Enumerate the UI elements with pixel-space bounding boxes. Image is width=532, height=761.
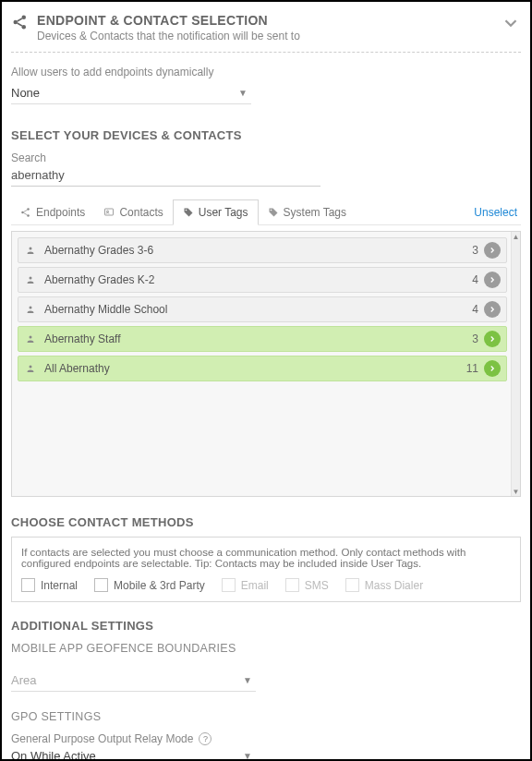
search-input[interactable]: [11, 164, 320, 187]
dynamic-endpoints-dropdown[interactable]: None ▼: [11, 82, 251, 104]
caret-down-icon: ▼: [243, 751, 252, 761]
svg-point-14: [30, 366, 32, 368]
geofence-title: MOBILE APP GEOFENCE BOUNDARIES: [11, 642, 521, 655]
tag-row[interactable]: Abernathy Staff3: [18, 326, 507, 352]
tag-label: Abernathy Middle School: [44, 303, 472, 316]
collapse-chevron-icon[interactable]: [501, 13, 521, 36]
additional-title: ADDITIONAL SETTINGS: [11, 619, 521, 633]
panel-subtitle: Devices & Contacts that the notification…: [37, 30, 300, 42]
gpo-label: General Purpose Output Relay Mode: [11, 732, 193, 745]
tab-system-tags-label: System Tags: [284, 206, 346, 219]
chevron-right-icon[interactable]: [484, 272, 501, 288]
svg-rect-6: [105, 209, 114, 215]
svg-point-1: [22, 16, 27, 20]
tab-contacts[interactable]: Contacts: [94, 200, 172, 224]
svg-point-2: [22, 25, 27, 30]
tag-label: All Abernathy: [44, 362, 466, 375]
svg-point-4: [27, 208, 30, 211]
unselect-link[interactable]: Unselect: [474, 206, 521, 219]
user-tag-icon: [24, 273, 37, 286]
svg-point-13: [30, 336, 32, 339]
panel-title: ENDPOINT & CONTACT SELECTION: [37, 13, 300, 28]
tags-list: Abernathy Grades 3-63Abernathy Grades K-…: [11, 231, 521, 497]
area-placeholder: Area: [11, 673, 36, 687]
chk-mass-dialer: Mass Dialer: [345, 578, 423, 592]
tab-system-tags[interactable]: System Tags: [259, 200, 356, 224]
tag-row[interactable]: Abernathy Middle School4: [18, 296, 507, 322]
methods-help: If contacts are selected you must choose…: [21, 547, 511, 569]
chk-internal[interactable]: Internal: [21, 578, 78, 592]
svg-point-3: [21, 211, 24, 213]
user-tag-icon: [24, 244, 37, 257]
scroll-up-icon[interactable]: ▲: [512, 232, 520, 241]
share-icon: [11, 13, 30, 31]
tag-count: 4: [472, 303, 478, 316]
tag-label: Abernathy Staff: [44, 332, 472, 345]
chk-email: Email: [222, 578, 269, 592]
methods-box: If contacts are selected you must choose…: [11, 537, 521, 602]
svg-point-9: [270, 209, 272, 211]
tag-row[interactable]: All Abernathy11: [18, 356, 507, 381]
tag-label: Abernathy Grades 3-6: [44, 244, 472, 257]
tab-user-tags-label: User Tags: [199, 206, 248, 219]
chevron-right-icon[interactable]: [484, 301, 501, 318]
scrollbar[interactable]: ▲ ▼: [511, 232, 520, 496]
scroll-down-icon[interactable]: ▼: [512, 487, 520, 496]
svg-point-11: [30, 277, 32, 280]
tag-count: 3: [472, 332, 478, 345]
tab-user-tags[interactable]: User Tags: [173, 199, 259, 225]
user-tag-icon: [24, 303, 37, 316]
tabs-row: Endpoints Contacts User Tags System Tags…: [11, 199, 521, 225]
svg-point-7: [107, 211, 109, 212]
tab-endpoints-label: Endpoints: [36, 206, 85, 219]
chevron-right-icon[interactable]: [484, 360, 501, 377]
gpo-title: GPO SETTINGS: [11, 710, 521, 723]
chevron-right-icon[interactable]: [484, 242, 501, 259]
chk-mobile[interactable]: Mobile & 3rd Party: [94, 578, 205, 592]
gpo-dropdown[interactable]: On While Active ▼: [11, 745, 256, 761]
area-dropdown[interactable]: Area ▼: [11, 670, 256, 692]
caret-down-icon: ▼: [238, 88, 248, 98]
caret-down-icon: ▼: [243, 675, 252, 685]
tag-count: 4: [472, 273, 478, 286]
chk-sms: SMS: [285, 578, 329, 592]
tab-endpoints[interactable]: Endpoints: [11, 200, 94, 224]
tag-row[interactable]: Abernathy Grades 3-63: [18, 237, 507, 263]
svg-point-12: [30, 307, 32, 309]
svg-point-5: [27, 214, 30, 217]
dynamic-endpoints-label: Allow users to add endpoints dynamically: [11, 66, 521, 79]
tab-contacts-label: Contacts: [119, 206, 163, 219]
svg-point-10: [30, 248, 32, 250]
methods-title: CHOOSE CONTACT METHODS: [11, 515, 521, 529]
user-tag-icon: [24, 332, 37, 345]
tag-label: Abernathy Grades K-2: [44, 273, 472, 286]
devices-title: SELECT YOUR DEVICES & CONTACTS: [11, 128, 521, 142]
dynamic-endpoints-value: None: [11, 86, 40, 100]
panel-header: ENDPOINT & CONTACT SELECTION Devices & C…: [11, 13, 521, 53]
chevron-right-icon[interactable]: [484, 331, 501, 347]
tag-count: 11: [466, 362, 478, 375]
tag-row[interactable]: Abernathy Grades K-24: [18, 267, 507, 293]
tag-count: 3: [472, 244, 478, 257]
user-tag-icon: [24, 362, 37, 375]
gpo-value: On While Active: [11, 749, 96, 761]
svg-point-8: [185, 210, 187, 211]
info-icon[interactable]: ?: [199, 732, 212, 745]
search-label: Search: [11, 151, 521, 164]
